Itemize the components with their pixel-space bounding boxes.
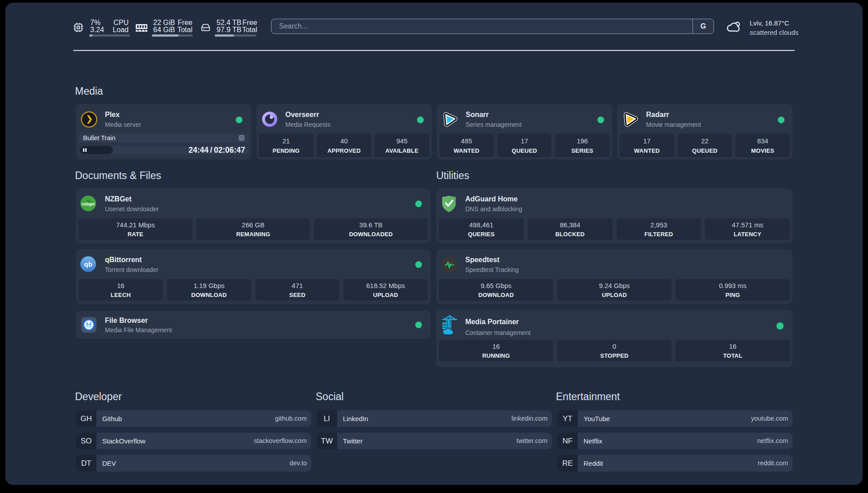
svg-text:qb: qb [84, 260, 92, 268]
svg-text:nzbget: nzbget [82, 202, 95, 206]
